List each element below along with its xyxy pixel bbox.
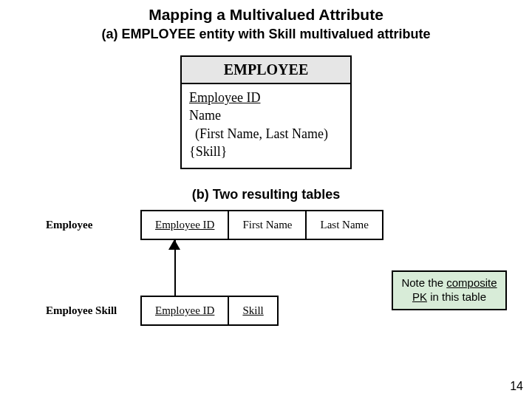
table-employee-skill: Employee ID Skill <box>140 296 279 326</box>
entity-attr-pk: Employee ID <box>189 89 343 106</box>
col-employee-id: Employee ID <box>142 211 229 239</box>
note-pre: Note the <box>401 276 446 289</box>
col-skill: Skill <box>229 297 276 324</box>
entity-attr-name-parts: (First Name, Last Name) <box>189 125 343 143</box>
page-title: Mapping a Multivalued Attribute <box>0 6 532 24</box>
entity-body: Employee ID Name (First Name, Last Name)… <box>182 84 350 168</box>
entity-attr-multivalued: {Skill} <box>189 143 343 160</box>
col-last-name: Last Name <box>307 211 381 239</box>
section-a-heading: (a) EMPLOYEE entity with Skill multivalu… <box>0 27 532 42</box>
col-first-name: First Name <box>229 211 307 239</box>
note-post: in this table <box>427 290 486 303</box>
table-employee: Employee ID First Name Last Name <box>140 210 383 240</box>
entity-box-employee: EMPLOYEE Employee ID Name (First Name, L… <box>180 55 352 169</box>
table-label-employee-skill: Employee Skill <box>46 304 117 317</box>
fk-arrow-head-icon <box>168 239 180 250</box>
entity-attr-name: Name <box>189 106 343 124</box>
note-composite-pk: Note the composite PK in this table <box>392 270 507 310</box>
tables-area: Employee Employee ID First Name Last Nam… <box>0 210 532 350</box>
page-number: 14 <box>510 380 523 393</box>
entity-header: EMPLOYEE <box>182 57 350 84</box>
table-label-employee: Employee <box>46 219 92 231</box>
col-employee-id-fk: Employee ID <box>142 297 229 324</box>
section-b-heading: (b) Two resulting tables <box>0 187 532 202</box>
